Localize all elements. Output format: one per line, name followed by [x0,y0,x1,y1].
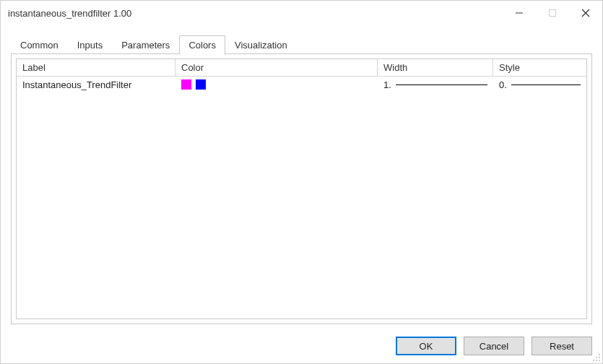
tab-inputs[interactable]: Inputs [68,35,112,54]
width-line-sample [396,84,487,85]
tab-parameters[interactable]: Parameters [112,35,179,54]
minimize-button[interactable] [503,1,536,25]
tab-common[interactable]: Common [11,35,68,54]
maximize-button [536,1,569,25]
color-swatch-1[interactable] [181,79,191,90]
row-label-text: Instantaneous_TrendFilter [22,79,131,90]
svg-point-9 [599,360,600,361]
window-title: instantaneous_trendfilter 1.00 [8,8,131,19]
col-header-style[interactable]: Style [493,59,586,76]
ok-button[interactable]: OK [396,337,456,355]
close-button[interactable] [569,1,602,25]
row-label[interactable]: Instantaneous_TrendFilter [17,78,175,92]
table-row[interactable]: Instantaneous_TrendFilter 1. [17,77,586,92]
svg-rect-1 [550,10,556,17]
col-header-color[interactable]: Color [175,59,378,76]
tab-panel-colors: Label Color Width Style Instantaneous_Tr… [11,53,592,324]
row-style[interactable]: 0. [493,78,586,92]
row-width[interactable]: 1. [378,78,493,92]
resize-grip-icon[interactable] [591,352,601,362]
col-header-label[interactable]: Label [17,59,175,76]
style-line-sample [511,84,581,85]
svg-point-7 [593,360,594,361]
color-swatch-2[interactable] [196,79,206,90]
svg-point-4 [599,354,600,355]
col-header-width[interactable]: Width [378,59,493,76]
tabs-wrap: Common Inputs Parameters Colors Visualiz… [11,34,592,324]
svg-point-5 [596,357,597,358]
dialog-content: Common Inputs Parameters Colors Visualiz… [1,25,602,329]
dialog-footer: OK Cancel Reset [1,329,602,363]
cancel-button[interactable]: Cancel [464,337,524,355]
reset-button[interactable]: Reset [532,337,592,355]
tab-colors[interactable]: Colors [179,35,225,55]
titlebar: instantaneous_trendfilter 1.00 [1,1,602,25]
tab-strip: Common Inputs Parameters Colors Visualiz… [11,34,592,54]
colors-grid: Label Color Width Style Instantaneous_Tr… [16,58,587,319]
svg-point-8 [596,360,597,361]
style-value: 0. [499,79,507,90]
row-color[interactable] [175,78,378,91]
grid-header: Label Color Width Style [17,59,586,77]
window-controls [503,1,602,25]
svg-point-6 [599,357,600,358]
tab-visualization[interactable]: Visualization [225,35,297,54]
grid-body: Instantaneous_TrendFilter 1. [17,77,586,318]
width-value: 1. [383,79,391,90]
dialog-window: instantaneous_trendfilter 1.00 Common In… [0,0,603,364]
